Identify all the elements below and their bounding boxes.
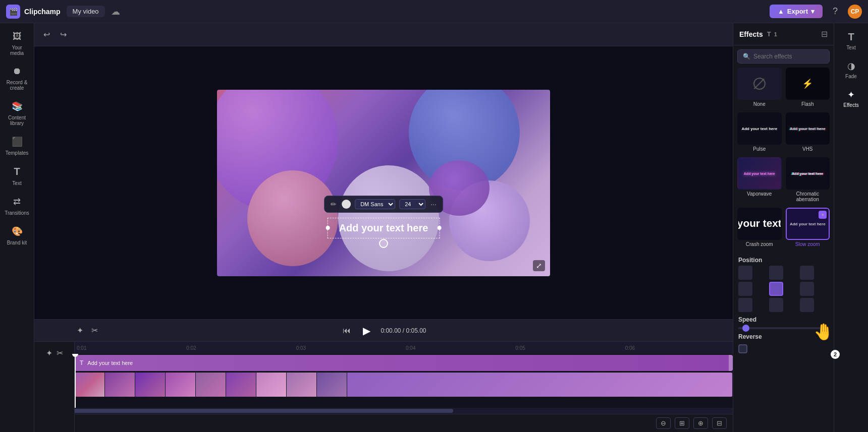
redo-button[interactable]: ↪ — [57, 28, 70, 41]
effect-card-chromatic[interactable]: Add your text here Chromatic aberration — [786, 157, 830, 204]
far-sidebar-item-fade[interactable]: ◑ Fade — [836, 56, 867, 83]
app-logo: 🎬 Clipchamp — [6, 5, 61, 19]
font-selector[interactable]: DM Sans — [355, 199, 395, 209]
play-pause-button[interactable]: ▶ — [361, 323, 372, 339]
layout-toggle-button[interactable]: ⊟ — [821, 29, 828, 39]
avatar[interactable]: CP — [848, 5, 862, 19]
effect-card-flash[interactable]: ⚡ Flash — [786, 68, 830, 108]
video-title[interactable]: My video — [67, 6, 105, 17]
far-sidebar-item-effects[interactable]: ✦ Effects 🤚 1 — [836, 85, 867, 112]
text-toolbar-floating: ✏ DM Sans 24 ··· — [324, 196, 443, 213]
position-cell-bl[interactable] — [738, 298, 752, 312]
effect-card-none[interactable]: None — [737, 68, 782, 108]
effect-label-vaporwave: Vaporwave — [737, 190, 782, 198]
speed-thumb[interactable] — [742, 325, 749, 332]
effect-card-crash-zoom[interactable]: your text Crash zoom — [737, 208, 782, 249]
effect-card-vaporwave[interactable]: Add your text here Vaporwave — [737, 157, 782, 204]
cursor-hand-1: 🤚 — [866, 85, 869, 103]
undo-button[interactable]: ↩ — [40, 28, 53, 41]
effect-preview-none — [737, 68, 782, 100]
sidebar-label-your-media: Your media — [5, 45, 29, 56]
sidebar-item-your-media[interactable]: 🖼 Your media — [2, 27, 32, 60]
balloon-3 — [247, 170, 338, 266]
speed-slider[interactable] — [738, 327, 829, 329]
effect-card-pulse[interactable]: Add your text here Pulse — [737, 112, 782, 153]
video-thumb-1 — [75, 373, 105, 397]
video-thumb-5 — [196, 373, 226, 397]
record-icon: ⏺ — [13, 66, 22, 77]
far-text-icon: T — [848, 31, 854, 43]
zoom-out-button[interactable]: ⊖ — [656, 417, 671, 429]
vaporwave-preview-text: Add your text here — [744, 172, 775, 175]
effect-card-vhs[interactable]: Add your text here VHS — [786, 112, 830, 153]
time-separator: / — [403, 327, 406, 334]
effect-card-slow-zoom[interactable]: Add your text here ✦ Slow zoom — [786, 208, 830, 249]
speed-section: Speed — [733, 316, 834, 333]
track-label-area: ✦ ✂ — [34, 342, 75, 432]
timeline-playhead[interactable] — [75, 354, 76, 408]
text-left-icon: T — [14, 166, 20, 177]
zoom-fit-button[interactable]: ⊞ — [675, 417, 689, 429]
snap-button[interactable]: ✦ — [75, 324, 85, 337]
timeline-bottom-bar: ⊖ ⊞ ⊕ ⊟ — [34, 414, 733, 432]
position-cell-bc[interactable] — [769, 298, 783, 312]
zoom-in-button[interactable]: ⊕ — [693, 417, 708, 429]
expand-button[interactable]: ⤢ — [533, 260, 545, 271]
text-box-left-handle — [326, 226, 330, 230]
logo-icon: 🎬 — [6, 5, 20, 19]
font-size-selector[interactable]: 24 — [399, 199, 425, 209]
timeline-area: ✦ ✂ 0:01 0:02 0:03 0:04 0:05 0:06 — [34, 341, 733, 432]
your-media-icon: 🖼 — [13, 31, 22, 42]
position-cell-tr[interactable] — [800, 266, 814, 280]
color-picker-btn[interactable] — [342, 200, 351, 209]
text-icon-panel: T — [767, 30, 771, 38]
export-label: Export — [787, 8, 808, 15]
video-thumb-7 — [256, 373, 287, 397]
effect-label-vhs: VHS — [786, 145, 830, 153]
help-button[interactable]: ? — [829, 4, 842, 19]
sidebar-item-content-library[interactable]: 📚 Content library — [2, 97, 32, 130]
text-box-right-handle — [437, 226, 441, 230]
rotate-handle[interactable] — [379, 239, 388, 248]
video-background — [217, 90, 550, 276]
effect-label-none: None — [737, 100, 782, 108]
position-cell-tc[interactable] — [769, 266, 783, 280]
text-track-clip[interactable]: T Add your text here — [75, 355, 733, 371]
skip-back-button[interactable]: ⏮ — [341, 324, 353, 337]
sidebar-label-transitions: Transitions — [5, 210, 29, 216]
position-cell-mc[interactable] — [769, 282, 783, 296]
pulse-preview-content: Add your text here — [741, 127, 777, 131]
reverse-checkbox[interactable] — [738, 344, 747, 353]
timeline-scrollbar-thumb[interactable] — [34, 409, 453, 413]
more-options-button[interactable]: ··· — [429, 199, 438, 209]
layout-button[interactable]: ⊟ — [712, 417, 727, 429]
far-sidebar-item-text[interactable]: T Text — [836, 27, 867, 54]
clip-end-handle[interactable] — [729, 355, 733, 371]
effect-label-chromatic: Chromatic aberration — [786, 190, 830, 204]
timeline-ruler: 0:01 0:02 0:03 0:04 0:05 0:06 — [34, 342, 733, 354]
chromatic-preview-text: Add your text here — [792, 172, 823, 175]
sidebar-label-brand-kit: Brand kit — [7, 240, 27, 245]
cut-tool-button[interactable]: ✂ — [57, 348, 63, 358]
ruler-mark-3: 0:04 — [404, 345, 513, 351]
snap-tool-button[interactable]: ✦ — [46, 348, 52, 358]
text-box[interactable]: Add your text here — [328, 218, 440, 238]
sidebar-item-brand-kit[interactable]: 🎨 Brand kit — [2, 222, 32, 250]
sidebar-item-text[interactable]: T Text — [2, 162, 32, 190]
position-cell-br[interactable] — [800, 298, 814, 312]
position-cell-ml[interactable] — [738, 282, 752, 296]
export-button[interactable]: ▲ Export ▾ — [770, 5, 823, 18]
timeline-scrollbar[interactable] — [34, 408, 733, 414]
search-effects-input[interactable] — [753, 53, 829, 60]
sidebar-item-record[interactable]: ⏺ Record & create — [2, 62, 32, 95]
position-cell-tl[interactable] — [738, 266, 752, 280]
video-track-clip[interactable] — [75, 373, 733, 397]
text-box-content[interactable]: Add your text here — [339, 222, 428, 234]
pencil-button[interactable]: ✏ — [330, 199, 338, 209]
video-thumb-9 — [317, 373, 347, 397]
sidebar-item-transitions[interactable]: ⇄ Transitions — [2, 192, 32, 220]
position-cell-mr[interactable] — [800, 282, 814, 296]
cut-button[interactable]: ✂ — [89, 324, 100, 337]
sidebar-item-templates[interactable]: ⬛ Templates — [2, 132, 32, 160]
far-fade-icon: ◑ — [847, 60, 855, 72]
